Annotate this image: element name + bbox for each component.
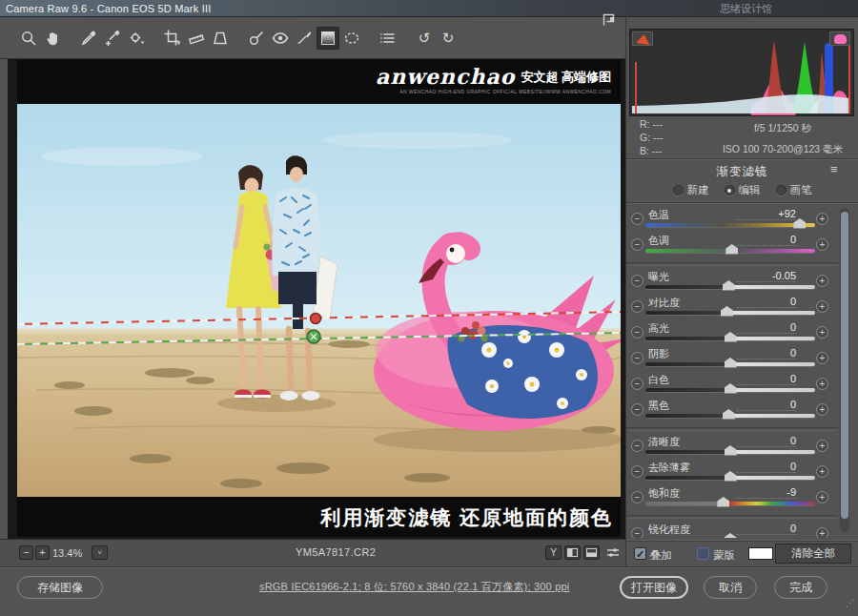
preview-toggle-button[interactable]: Y (545, 545, 562, 560)
save-image-button[interactable]: 存储图像 (17, 576, 103, 599)
shadows-slider-thumb[interactable] (725, 358, 737, 368)
view-settings-icon[interactable] (604, 545, 621, 560)
clarity-increase-button[interactable]: + (816, 440, 828, 452)
crop-tool[interactable] (161, 27, 184, 50)
dehaze-increase-button[interactable]: + (816, 465, 828, 478)
tint-value[interactable]: 0 (737, 234, 796, 246)
whites-slider[interactable] (645, 388, 815, 392)
whites-increase-button[interactable]: + (816, 378, 828, 390)
shadow-clipping-indicator[interactable] (632, 31, 653, 46)
dehaze-slider[interactable] (645, 476, 815, 480)
dehaze-value[interactable]: 0 (737, 461, 796, 473)
before-after-view-button[interactable] (564, 545, 581, 560)
workflow-options-link[interactable]: sRGB IEC61966-2.1; 8 位; 5760 x 3840 (22.… (259, 580, 569, 594)
mode-brush[interactable]: 画笔 (776, 183, 812, 197)
sharpness-value[interactable]: 0 (737, 523, 796, 535)
exposure-value[interactable]: -0.05 (737, 270, 796, 282)
mode-edit-radio[interactable] (725, 185, 735, 195)
sharpness-decrease-button[interactable]: − (631, 527, 644, 538)
overlay-checkbox[interactable]: ✓ (634, 547, 646, 560)
dehaze-slider-thumb[interactable] (725, 471, 737, 482)
radial-filter-tool[interactable] (340, 27, 363, 50)
mode-new[interactable]: 新建 (673, 183, 709, 197)
tint-slider[interactable] (645, 249, 815, 253)
highlights-slider-thumb[interactable] (725, 332, 737, 342)
temperature-decrease-button[interactable]: − (631, 213, 644, 225)
contrast-increase-button[interactable]: + (816, 300, 828, 313)
saturation-slider-thumb[interactable] (717, 497, 729, 507)
panel-scrollbar[interactable] (840, 208, 849, 532)
clarity-decrease-button[interactable]: − (631, 440, 644, 452)
clarity-slider-thumb[interactable] (725, 445, 737, 456)
highlights-value[interactable]: 0 (737, 321, 796, 334)
photo-canvas[interactable]: anwenchao安文超 高端修图 AN WENCHAO HIGH-END GR… (17, 60, 621, 537)
hand-tool[interactable] (41, 27, 64, 50)
contrast-slider[interactable] (645, 311, 815, 315)
exposure-slider-thumb[interactable] (723, 280, 735, 291)
targeted-adjustment-tool[interactable] (125, 27, 148, 50)
white-balance-tool[interactable] (77, 27, 100, 50)
cancel-button[interactable]: 取消 (704, 576, 757, 599)
panel-menu-icon[interactable]: ≡ (830, 162, 838, 176)
saturation-increase-button[interactable]: + (816, 491, 828, 503)
saturation-value[interactable]: -9 (737, 486, 796, 499)
mode-new-radio[interactable] (673, 185, 684, 195)
resize-grip[interactable]: ⋰ (846, 598, 854, 608)
shadows-value[interactable]: 0 (737, 347, 796, 359)
spot-removal-tool[interactable] (245, 27, 268, 50)
contrast-slider-thumb[interactable] (721, 306, 733, 317)
red-eye-tool[interactable] (269, 27, 292, 50)
temperature-slider[interactable] (645, 223, 815, 227)
tint-decrease-button[interactable]: − (631, 238, 644, 251)
shadows-decrease-button[interactable]: − (631, 352, 644, 364)
whites-value[interactable]: 0 (737, 373, 796, 385)
shadows-slider[interactable] (645, 362, 815, 366)
mask-color-swatch[interactable] (748, 547, 773, 560)
zoom-out-button[interactable]: − (19, 545, 33, 560)
tint-increase-button[interactable]: + (816, 238, 828, 251)
blacks-slider[interactable] (645, 414, 815, 418)
shadows-increase-button[interactable]: + (816, 352, 828, 364)
whites-slider-thumb[interactable] (725, 383, 737, 394)
highlights-decrease-button[interactable]: − (631, 326, 644, 339)
blacks-decrease-button[interactable]: − (631, 403, 644, 416)
highlights-slider[interactable] (645, 337, 815, 340)
exposure-increase-button[interactable]: + (816, 275, 828, 287)
graduated-filter-tool[interactable] (317, 27, 339, 50)
exposure-decrease-button[interactable]: − (631, 275, 644, 287)
blacks-slider-thumb[interactable] (723, 409, 735, 420)
adjustment-brush-tool[interactable] (293, 27, 316, 50)
done-button[interactable]: 完成 (774, 576, 827, 599)
straighten-tool[interactable] (185, 27, 208, 50)
presets-tool[interactable] (377, 27, 399, 50)
zoom-tool[interactable] (17, 27, 40, 50)
title-bar[interactable]: Camera Raw 9.6 - Canon EOS 5D Mark III 思… (0, 0, 858, 17)
clear-all-button[interactable]: 清除全部 (775, 544, 851, 564)
sharpness-increase-button[interactable]: + (816, 527, 828, 538)
temperature-value[interactable]: +92 (737, 208, 796, 220)
sharpness-slider-thumb[interactable] (725, 533, 737, 538)
saturation-decrease-button[interactable]: − (631, 491, 644, 503)
saturation-slider[interactable] (645, 502, 815, 505)
mode-brush-radio[interactable] (776, 185, 786, 195)
histogram[interactable] (629, 29, 854, 116)
transform-tool[interactable] (209, 27, 232, 50)
highlight-clipping-indicator[interactable] (829, 31, 850, 46)
dehaze-decrease-button[interactable]: − (631, 465, 644, 478)
mode-edit[interactable]: 编辑 (725, 183, 761, 197)
zoom-in-button[interactable]: + (35, 545, 50, 560)
blacks-increase-button[interactable]: + (816, 403, 828, 416)
contrast-decrease-button[interactable]: − (631, 300, 644, 313)
zoom-level-dropdown[interactable]: ˅ (92, 545, 108, 560)
rotate-right-tool[interactable]: ↻ (437, 27, 460, 50)
highlights-increase-button[interactable]: + (816, 326, 828, 339)
rotate-left-tool[interactable]: ↺ (413, 27, 436, 50)
exposure-slider[interactable] (645, 285, 815, 289)
blacks-value[interactable]: 0 (737, 399, 796, 411)
color-sampler-tool[interactable] (101, 27, 124, 50)
panel-scrollbar-thumb[interactable] (841, 212, 848, 519)
full-screen-toggle-icon[interactable] (599, 10, 620, 31)
swap-before-after-button[interactable] (583, 545, 600, 560)
contrast-value[interactable]: 0 (737, 296, 796, 308)
temperature-increase-button[interactable]: + (816, 213, 828, 225)
